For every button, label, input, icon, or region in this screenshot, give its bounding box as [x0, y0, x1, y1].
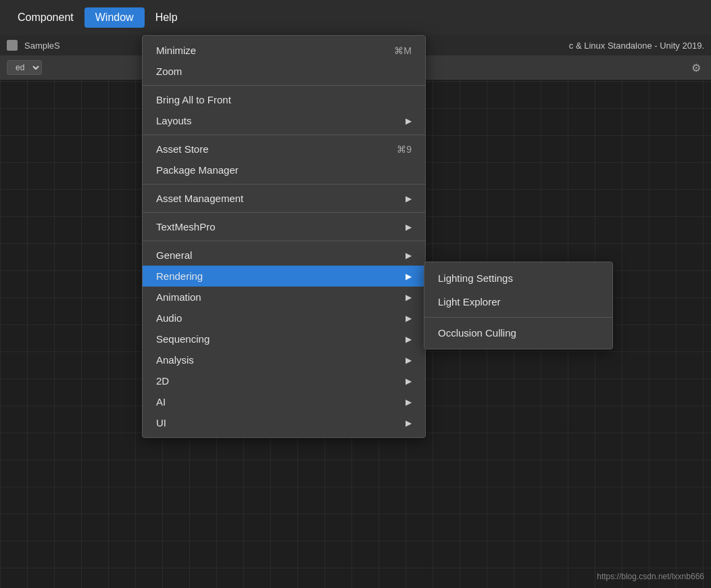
window-dropdown-menu: Minimize ⌘M Zoom Bring All to Front Layo…	[142, 35, 426, 438]
sequencing-arrow-icon: ▶	[406, 335, 412, 344]
menu-item-package-manager-label: Package Manager	[156, 164, 239, 176]
menu-item-minimize[interactable]: Minimize ⌘M	[143, 40, 425, 61]
menu-item-ai-label: AI	[156, 396, 166, 408]
menu-item-2d[interactable]: 2D ▶	[143, 370, 425, 391]
menu-item-package-manager[interactable]: Package Manager	[143, 160, 425, 180]
scene-name: SampleS	[24, 41, 60, 51]
menu-item-sequencing-label: Sequencing	[156, 333, 210, 345]
submenu-lighting-settings-label: Lighting Settings	[438, 272, 513, 284]
menu-item-ai[interactable]: AI ▶	[143, 391, 425, 412]
menu-item-analysis[interactable]: Analysis ▶	[143, 349, 425, 370]
submenu-divider	[424, 317, 612, 318]
menu-item-layouts-label: Layouts	[156, 115, 192, 126]
textmeshpro-arrow-icon: ▶	[406, 222, 412, 232]
watermark: https://blog.csdn.net/lxxnb666	[597, 572, 704, 581]
toolbar-select[interactable]: ed	[7, 60, 42, 75]
menu-item-asset-store-label: Asset Store	[156, 143, 209, 155]
submenu-item-occlusion-culling[interactable]: Occlusion Culling	[424, 321, 612, 345]
submenu-occlusion-culling-label: Occlusion Culling	[438, 327, 516, 339]
menu-item-bring-all[interactable]: Bring All to Front	[143, 89, 425, 110]
menu-item-layouts[interactable]: Layouts ▶	[143, 110, 425, 131]
general-arrow-icon: ▶	[406, 251, 412, 260]
menu-item-general[interactable]: General ▶	[143, 245, 425, 266]
menu-item-textmeshpro-label: TextMeshPro	[156, 221, 216, 232]
menu-item-minimize-shortcut: ⌘M	[394, 45, 412, 56]
animation-arrow-icon: ▶	[406, 293, 412, 302]
divider-4	[143, 212, 425, 213]
unity-scene-icon	[7, 40, 18, 51]
2d-arrow-icon: ▶	[406, 376, 412, 386]
menu-item-rendering-label: Rendering	[156, 270, 203, 282]
menu-item-zoom-label: Zoom	[156, 66, 182, 77]
menu-item-audio[interactable]: Audio ▶	[143, 308, 425, 328]
divider-5	[143, 241, 425, 241]
menu-window[interactable]: Window	[84, 7, 145, 28]
rendering-submenu: Lighting Settings Light Explorer Occlusi…	[424, 262, 613, 349]
divider-3	[143, 184, 425, 185]
menu-item-minimize-label: Minimize	[156, 45, 196, 56]
divider-2	[143, 134, 425, 135]
menu-item-animation[interactable]: Animation ▶	[143, 287, 425, 308]
audio-arrow-icon: ▶	[406, 314, 412, 323]
menu-item-asset-store[interactable]: Asset Store ⌘9	[143, 139, 425, 160]
menu-item-asset-management-label: Asset Management	[156, 193, 243, 204]
divider-1	[143, 85, 425, 86]
menu-item-sequencing[interactable]: Sequencing ▶	[143, 328, 425, 349]
menubar-items: Component Window Help	[7, 7, 189, 28]
menu-item-audio-label: Audio	[156, 312, 182, 324]
unity-title: c & Linux Standalone - Unity 2019.	[569, 41, 704, 51]
submenu-item-lighting-settings[interactable]: Lighting Settings	[424, 266, 612, 290]
ui-arrow-icon: ▶	[406, 418, 412, 428]
menu-item-bring-all-label: Bring All to Front	[156, 94, 231, 105]
menu-item-analysis-label: Analysis	[156, 354, 194, 366]
menu-item-zoom[interactable]: Zoom	[143, 61, 425, 82]
menu-item-rendering[interactable]: Rendering ▶ Lighting Settings Light Expl…	[143, 266, 425, 287]
menu-component[interactable]: Component	[7, 7, 84, 28]
menu-item-animation-label: Animation	[156, 291, 201, 303]
ai-arrow-icon: ▶	[406, 397, 412, 407]
layouts-arrow-icon: ▶	[406, 116, 412, 126]
submenu-light-explorer-label: Light Explorer	[438, 296, 501, 308]
menu-item-2d-label: 2D	[156, 375, 169, 387]
menubar: Component Window Help	[0, 0, 711, 35]
toolbar-settings-button[interactable]: ⚙	[688, 59, 704, 76]
menu-item-general-label: General	[156, 249, 192, 261]
menu-help[interactable]: Help	[145, 7, 189, 28]
menu-item-textmeshpro[interactable]: TextMeshPro ▶	[143, 216, 425, 237]
menu-item-ui[interactable]: UI ▶	[143, 412, 425, 433]
rendering-arrow-icon: ▶	[406, 272, 412, 281]
menu-item-asset-management[interactable]: Asset Management ▶	[143, 188, 425, 209]
menu-item-ui-label: UI	[156, 417, 166, 428]
asset-management-arrow-icon: ▶	[406, 194, 412, 203]
analysis-arrow-icon: ▶	[406, 356, 412, 365]
submenu-item-light-explorer[interactable]: Light Explorer	[424, 290, 612, 314]
menu-item-asset-store-shortcut: ⌘9	[397, 144, 412, 155]
